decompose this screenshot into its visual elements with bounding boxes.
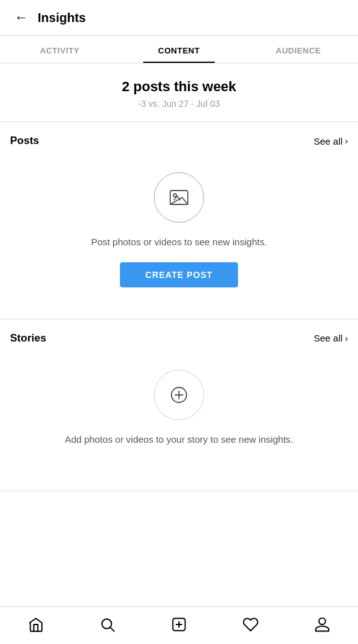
tab-audience[interactable]: AUDIENCE xyxy=(239,36,358,63)
posts-comparison: -3 vs. Jun 27 - Jul 03 xyxy=(10,99,348,109)
tab-content[interactable]: CONTENT xyxy=(119,36,239,63)
profile-icon xyxy=(314,616,330,635)
page-title: Insights xyxy=(38,11,86,25)
back-arrow-icon: ← xyxy=(14,11,28,25)
stories-empty-state: Add photos or videos to your story to se… xyxy=(10,364,348,472)
stories-empty-text: Add photos or videos to your story to se… xyxy=(65,433,293,447)
posts-count: 2 posts this week xyxy=(10,79,348,95)
chevron-right-icon: › xyxy=(345,136,348,146)
content-summary: 2 posts this week -3 vs. Jun 27 - Jul 03 xyxy=(0,64,358,122)
search-icon xyxy=(99,616,116,635)
stories-section-header: Stories See all › xyxy=(10,332,348,345)
nav-heart[interactable] xyxy=(215,607,286,644)
posts-see-all-button[interactable]: See all › xyxy=(313,136,348,147)
heart-icon xyxy=(242,616,259,635)
home-icon xyxy=(28,616,44,635)
tab-activity[interactable]: ACTIVITY xyxy=(0,36,119,63)
posts-section-header: Posts See all › xyxy=(10,135,348,147)
posts-empty-state: Post photos or videos to see new insight… xyxy=(10,166,348,300)
header: ← Insights xyxy=(0,0,358,36)
stories-section: Stories See all › Add photos or videos t… xyxy=(0,319,358,492)
create-post-button[interactable]: CREATE POST xyxy=(120,262,237,287)
stories-see-all-button[interactable]: See all › xyxy=(313,333,348,343)
stories-section-title: Stories xyxy=(10,332,46,345)
posts-section-title: Posts xyxy=(10,135,39,147)
posts-empty-text: Post photos or videos to see new insight… xyxy=(91,235,267,250)
chevron-right-icon: › xyxy=(345,333,348,343)
svg-line-6 xyxy=(111,627,114,631)
story-add-icon xyxy=(154,370,204,420)
back-button[interactable]: ← xyxy=(10,6,33,29)
add-square-icon xyxy=(171,616,187,635)
nav-search[interactable] xyxy=(72,607,143,644)
posts-section: Posts See all › Post photos or videos to… xyxy=(0,122,358,319)
nav-home[interactable] xyxy=(0,607,72,644)
bottom-nav xyxy=(0,606,358,644)
nav-profile[interactable] xyxy=(286,607,358,644)
tabs-bar: ACTIVITY CONTENT AUDIENCE xyxy=(0,36,358,64)
image-placeholder-icon xyxy=(154,172,204,223)
svg-point-1 xyxy=(173,194,176,197)
nav-add[interactable] xyxy=(143,607,215,644)
